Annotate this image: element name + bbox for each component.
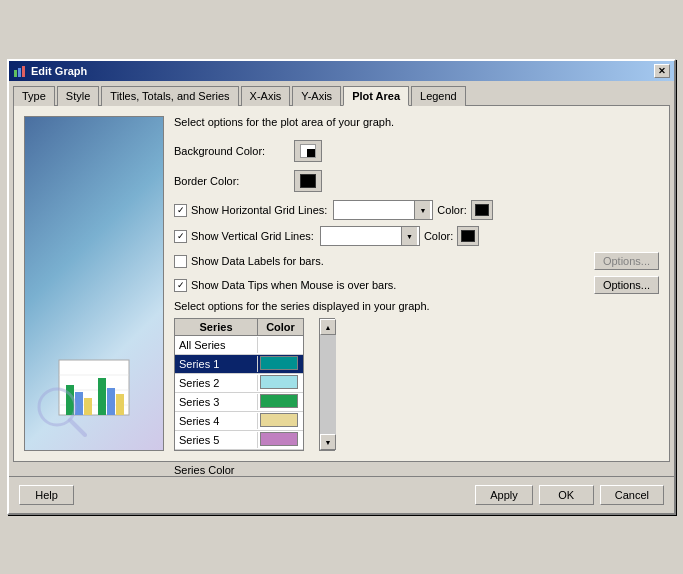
series-5-name: Series 5 [175,432,258,448]
vertical-grid-label: Show Vertical Grid Lines: [191,230,314,242]
vertical-color-button[interactable] [457,226,479,246]
background-color-row: Background Color: [174,140,659,162]
series-intro-text: Select options for the series displayed … [174,300,659,312]
data-labels-label: Show Data Labels for bars. [191,255,324,267]
horizontal-grid-dropdown[interactable]: ▼ [333,200,433,220]
data-labels-row: Show Data Labels for bars. Options... [174,252,659,270]
tab-titles[interactable]: Titles, Totals, and Series [101,86,238,106]
tab-style[interactable]: Style [57,86,99,106]
horizontal-grid-row: Show Horizontal Grid Lines: ▼ Color: [174,200,659,220]
tab-yaxis[interactable]: Y-Axis [292,86,341,106]
titlebar: Edit Graph ✕ [9,61,674,81]
series-row-2[interactable]: Series 2 [175,374,303,393]
series-4-color-swatch [260,413,298,427]
svg-rect-0 [14,70,17,77]
horizontal-dropdown-arrow[interactable]: ▼ [414,201,430,219]
intro-text: Select options for the plot area of your… [174,116,659,128]
series-row-4[interactable]: Series 4 [175,412,303,431]
svg-rect-10 [98,378,106,415]
tabs-bar: Type Style Titles, Totals, and Series X-… [9,81,674,105]
horizontal-grid-label: Show Horizontal Grid Lines: [191,204,327,216]
svg-line-14 [70,420,85,435]
series-col-header: Series [175,319,258,335]
series-all-name: All Series [175,337,258,353]
vertical-color-swatch [461,230,475,242]
series-2-color-swatch [260,375,298,389]
ok-button[interactable]: OK [539,485,594,505]
series-row-1[interactable]: Series 1 [175,355,303,374]
data-tips-options-button[interactable]: Options... [594,276,659,294]
left-panel [24,116,164,451]
series-table-header: Series Color [175,319,303,336]
vertical-dropdown-arrow[interactable]: ▼ [401,227,417,245]
vertical-grid-dropdown[interactable]: ▼ [320,226,420,246]
svg-rect-2 [22,66,25,77]
close-button[interactable]: ✕ [654,64,670,78]
series-3-color-swatch [260,394,298,408]
series-all-color [258,336,303,354]
tab-content: Select options for the plot area of your… [13,105,670,462]
series-row-5[interactable]: Series 5 [175,431,303,450]
titlebar-title: Edit Graph [13,64,87,78]
bottom-bar: Help Apply OK Cancel [9,476,674,513]
edit-graph-window: Edit Graph ✕ Type Style Titles, Totals, … [7,59,676,515]
bottom-right-buttons: Apply OK Cancel [475,485,664,505]
series-2-color-cell [258,374,303,392]
series-1-color-swatch [260,356,298,370]
tab-type[interactable]: Type [13,86,55,106]
border-color-swatch [300,174,316,188]
series-1-name: Series 1 [175,356,258,372]
svg-rect-12 [116,394,124,415]
help-button[interactable]: Help [19,485,74,505]
scroll-up-button[interactable]: ▲ [320,319,336,335]
horizontal-grid-checkbox[interactable] [174,204,187,217]
graph-icon [13,64,27,78]
series-3-name: Series 3 [175,394,258,410]
series-4-name: Series 4 [175,413,258,429]
series-color-label: Series Color [174,464,235,476]
tab-plotarea[interactable]: Plot Area [343,86,409,106]
window-title: Edit Graph [31,65,87,77]
vertical-grid-checkbox[interactable] [174,230,187,243]
svg-rect-1 [18,68,21,77]
tab-legend[interactable]: Legend [411,86,466,106]
scrollbar: ▲ ▼ [319,318,335,451]
data-labels-options-button[interactable]: Options... [594,252,659,270]
background-color-label: Background Color: [174,145,294,157]
right-panel: Select options for the plot area of your… [174,116,659,451]
data-tips-row: Show Data Tips when Mouse is over bars. … [174,276,659,294]
series-2-name: Series 2 [175,375,258,391]
data-tips-label: Show Data Tips when Mouse is over bars. [191,279,396,291]
magnifier-decoration [35,385,90,440]
vertical-grid-row: Show Vertical Grid Lines: ▼ Color: [174,226,659,246]
series-table: Series Color All Series Series 1 [174,318,304,451]
horizontal-color-button[interactable] [471,200,493,220]
series-3-color-cell [258,393,303,411]
border-color-row: Border Color: [174,170,659,192]
border-color-button[interactable] [294,170,322,192]
series-5-color-cell [258,431,303,449]
tab-xaxis[interactable]: X-Axis [241,86,291,106]
cancel-button[interactable]: Cancel [600,485,664,505]
border-color-label: Border Color: [174,175,294,187]
data-labels-checkbox[interactable] [174,255,187,268]
series-color-section: Series Color [9,462,674,476]
series-4-color-cell [258,412,303,430]
data-tips-checkbox[interactable] [174,279,187,292]
apply-button[interactable]: Apply [475,485,533,505]
background-color-button[interactable] [294,140,322,162]
color-col-header: Color [258,319,303,335]
series-5-color-swatch [260,432,298,446]
vertical-color-label: Color: [424,230,453,242]
series-1-color-cell [258,355,303,373]
horizontal-color-swatch [475,204,489,216]
series-row-3[interactable]: Series 3 [175,393,303,412]
series-row-all[interactable]: All Series [175,336,303,355]
series-table-container: Series Color All Series Series 1 [174,318,319,451]
scroll-down-button[interactable]: ▼ [320,434,336,450]
svg-rect-11 [107,388,115,415]
scroll-track [320,335,336,434]
horizontal-color-label: Color: [437,204,466,216]
